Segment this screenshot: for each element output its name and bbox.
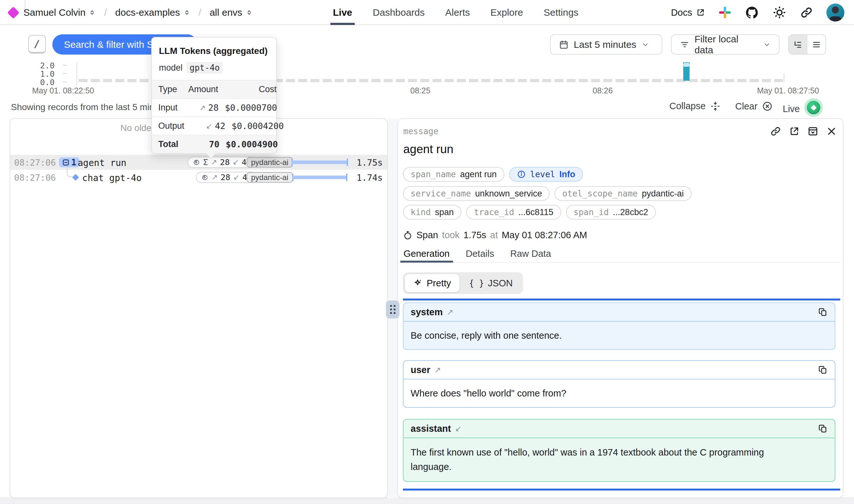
y-tick: 0.0 (32, 78, 55, 87)
tree-view-icon (793, 40, 802, 49)
collapse-children-badge[interactable]: 1 (59, 157, 79, 167)
badge-kind[interactable]: kind span (403, 205, 461, 220)
slack-button[interactable] (719, 6, 731, 19)
message-card-user: user ↗ Where does "hello world" come fro… (403, 360, 835, 408)
role-label: assistant (411, 424, 451, 434)
breadcrumb-project[interactable]: docs-examples (115, 7, 190, 18)
tab-details[interactable]: Details (465, 249, 495, 262)
badge-trace-id[interactable]: trace_id ...6c8115 (466, 205, 561, 220)
axis-corner (784, 73, 784, 82)
badge-level[interactable]: level Info (509, 167, 583, 182)
role-label: system (411, 307, 443, 318)
detail-panel-actions (770, 126, 837, 137)
input-arrow-icon: ↗ (212, 173, 218, 182)
top-actions: Docs (671, 0, 844, 25)
cost-value: $0.0000700 (219, 103, 277, 113)
filter-local-data-button[interactable]: Filter local data (671, 34, 780, 55)
open-in-new-button[interactable] (789, 126, 800, 137)
message-card-system: system ↗ Be concise, reply with one sent… (403, 302, 835, 350)
github-button[interactable] (745, 5, 759, 20)
tab-raw-data[interactable]: Raw Data (509, 249, 551, 262)
message-text: Be concise, reply with one sentence. (403, 322, 835, 349)
row-type: Output (158, 121, 184, 131)
slack-icon (719, 6, 731, 19)
coin-icon (193, 159, 200, 166)
input-tokens: 28 (221, 173, 230, 182)
theme-toggle-button[interactable] (773, 5, 786, 20)
breadcrumb-org[interactable]: Samuel Colvin (23, 7, 96, 18)
message-text: Where does "hello world" come from? (403, 379, 835, 407)
share-link-button[interactable] (800, 6, 813, 19)
total-amount: 70 (209, 139, 220, 149)
tab-live[interactable]: Live (333, 0, 352, 25)
input-tokens: 28 (220, 158, 230, 167)
chevron-down-icon (763, 41, 770, 49)
json-mode-button[interactable]: { } JSON (461, 274, 521, 292)
span-name: chat gpt-4o (82, 173, 142, 183)
dock-bottom-icon (807, 126, 818, 137)
output-arrow-icon: ↙ (233, 173, 239, 182)
total-label: Total (158, 139, 179, 149)
link-icon (800, 6, 813, 19)
tab-generation[interactable]: Generation (403, 249, 451, 262)
histogram-bar-selected[interactable] (683, 62, 690, 81)
showing-records-text: Showing records from the last 5 minutes (11, 102, 171, 112)
badge-span-name[interactable]: span_name agent run (403, 167, 504, 182)
docs-link[interactable]: Docs (671, 7, 705, 18)
tab-explore[interactable]: Explore (490, 0, 523, 25)
direction-arrow-icon: ↗ (434, 365, 441, 375)
external-link-icon (789, 126, 800, 137)
table-row-chat-gpt4o[interactable]: 08:27:06 chat gpt-4o ↗ 28 ↙ 42 pydantic-… (10, 170, 387, 185)
trace-list-panel: No older records 08:27:06 1 agent run Σ … (10, 118, 388, 498)
github-icon (745, 5, 759, 20)
copy-button[interactable] (818, 365, 828, 375)
sparkle-icon (413, 278, 423, 288)
tree-view-button[interactable] (789, 35, 807, 54)
chevron-updown-icon (246, 8, 253, 17)
main-nav: Live Dashboards Alerts Explore Settings (333, 0, 579, 25)
chevron-down-icon (641, 41, 649, 49)
live-toggle-button[interactable]: Live (783, 101, 823, 117)
panel-resize-handle[interactable] (386, 301, 399, 319)
copy-button[interactable] (818, 424, 828, 433)
llm-tokens-tooltip: LLM Tokens (aggregated) model gpt-4o Typ… (151, 37, 277, 154)
role-label: user (411, 365, 430, 375)
duration-bar (292, 160, 348, 165)
tooltip-model-line: model gpt-4o (152, 59, 276, 80)
tokens-row-output: Output ↙42 $0.0004200 (152, 116, 276, 135)
badge-otel-scope[interactable]: otel_scope_name pydantic-ai (555, 186, 691, 201)
drag-dots-icon (390, 305, 396, 314)
project-name: docs-examples (115, 7, 180, 18)
breadcrumb-env[interactable]: all envs (210, 7, 253, 18)
collapse-button[interactable]: Collapse (669, 101, 721, 111)
row-timestamp: 08:27:06 (14, 173, 56, 183)
tab-settings[interactable]: Settings (544, 0, 578, 25)
time-range-button[interactable]: Last 5 minutes (550, 34, 662, 55)
copy-link-button[interactable] (770, 126, 781, 137)
message-header: assistant ↙ (403, 419, 835, 438)
col-amount: Amount (177, 85, 218, 94)
list-view-button[interactable] (807, 35, 825, 54)
token-usage-pill: Σ ↗ 28 ↙ 42 (187, 157, 256, 168)
collapse-node-icon (62, 159, 70, 166)
clear-button[interactable]: Clear (735, 101, 773, 112)
pretty-mode-button[interactable]: Pretty (405, 274, 459, 292)
tokens-row-input: Input ↗28 $0.0000700 (152, 98, 276, 116)
copy-button[interactable] (818, 307, 828, 317)
sun-icon (773, 5, 786, 20)
cost-value: $0.0004200 (225, 121, 284, 131)
info-icon (517, 170, 526, 179)
tab-alerts[interactable]: Alerts (445, 0, 470, 25)
docs-label: Docs (671, 7, 692, 18)
model-value: gpt-4o (186, 62, 223, 73)
y-axis-line (76, 62, 77, 85)
user-avatar[interactable] (826, 3, 844, 21)
badge-span-id[interactable]: span_id ...28cbc2 (566, 205, 656, 220)
direction-arrow-icon: ↗ (447, 308, 453, 317)
badge-service-name[interactable]: service_name unknown_service (403, 186, 550, 201)
span-duration: 1.75s (464, 230, 486, 240)
close-panel-button[interactable] (826, 126, 837, 137)
live-indicator-icon (804, 98, 823, 117)
dock-panel-button[interactable] (807, 126, 818, 137)
tab-dashboards[interactable]: Dashboards (373, 0, 425, 25)
